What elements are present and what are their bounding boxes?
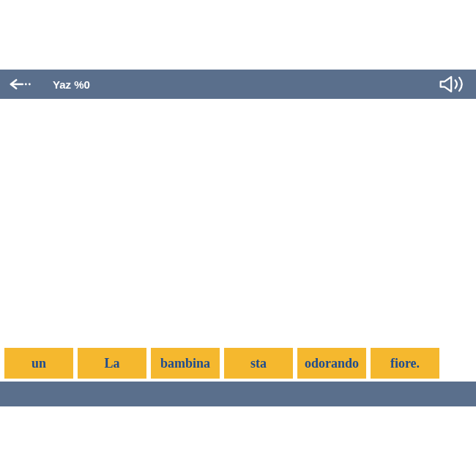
word-tile[interactable]: odorando [297,348,366,379]
top-bar: Yaz %0 [0,70,476,99]
speaker-icon [438,74,467,94]
back-button[interactable] [9,75,32,93]
word-bank: un La bambina sta odorando fiore. [0,348,476,379]
word-tile[interactable]: un [4,348,73,379]
page-title: Yaz %0 [53,78,90,91]
speaker-button[interactable] [438,74,467,94]
bottom-bar [0,382,476,406]
word-tile[interactable]: La [78,348,146,379]
content-area [0,99,476,348]
svg-point-1 [25,83,27,86]
topbar-left: Yaz %0 [9,75,90,93]
word-tile[interactable]: bambina [151,348,220,379]
back-arrow-icon [9,75,32,93]
word-tile[interactable]: sta [224,348,293,379]
svg-point-2 [29,83,31,86]
word-tile[interactable]: fiore. [371,348,439,379]
